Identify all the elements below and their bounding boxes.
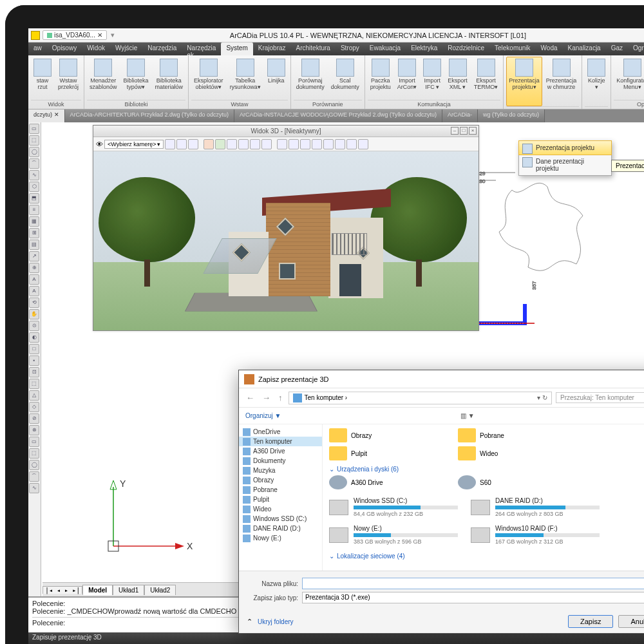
nav-tree[interactable]: OneDriveTen komputerA360 DriveDokumentyM…	[239, 424, 323, 571]
menu-opisowy[interactable]: Opisowy	[47, 43, 82, 55]
file-list[interactable]: ObrazyPobranePulpitWideo Urządzenia i dy…	[323, 424, 644, 571]
menu-widok[interactable]: Widok	[82, 43, 110, 55]
tool-10[interactable]: ▤	[29, 240, 39, 250]
menu-ogrzewanie[interactable]: Ogrzewanie	[628, 43, 644, 55]
tool-3[interactable]: ⌒	[29, 158, 39, 169]
menu-rozdzielnice[interactable]: Rozdzielnice	[442, 43, 489, 55]
breadcrumb[interactable]: Ten komputer ›▾ ↻	[289, 392, 553, 404]
ribbon-paczka[interactable]: Paczkaprojektu	[368, 57, 393, 100]
tool-27[interactable]: ▭	[29, 437, 39, 447]
up-icon[interactable]: ↑	[276, 393, 285, 402]
tool-30[interactable]: ⌒	[29, 471, 39, 482]
tab-model[interactable]: Model	[82, 585, 113, 595]
tool-17[interactable]: ⊙	[29, 321, 39, 331]
hide-folders[interactable]: Ukryj foldery	[258, 618, 294, 625]
menu-woda[interactable]: Woda	[536, 43, 563, 55]
menubar[interactable]: awOpisowyWidokWyjścieNarzędziaNarzędzia …	[28, 43, 644, 55]
tool-15[interactable]: ⟲	[29, 298, 39, 308]
back-icon[interactable]: ←	[244, 393, 256, 402]
camera-select[interactable]: <Wybierz kamerę> ▾	[104, 140, 164, 149]
ribbon-tabelka[interactable]: Tabelkarysunkowa▾	[227, 57, 263, 100]
ribbon-porównaj[interactable]: Porównajdokumenty	[294, 57, 327, 100]
menu-elektryka[interactable]: Elektryka	[406, 43, 442, 55]
ribbon-biblioteka[interactable]: Bibliotekamateriałów	[153, 57, 186, 100]
prezentacja-dropdown[interactable]: Prezentacja projektu Dane prezentacji pr…	[518, 140, 612, 176]
filetype-select[interactable]: Prezentacja 3D (*.exe)	[302, 592, 644, 603]
left-toolbar[interactable]: ▭⬚◯⌒∿⬡⬒≡▦⊞▤↗⊕AA⟲✋⊙◐□▪⊡⬚△◇⊘⊗▭⬚◯⌒∿	[28, 122, 41, 596]
tool-14[interactable]: A	[29, 286, 39, 296]
ribbon-eksport[interactable]: EksportTERMO▾	[471, 57, 501, 100]
tool-13[interactable]: A	[29, 274, 39, 285]
ribbon-eksplorator[interactable]: Eksploratorobiektów▾	[191, 57, 226, 100]
menu-system[interactable]: System	[221, 43, 252, 55]
menu-architektura[interactable]: Architektura	[291, 43, 336, 55]
ribbon-prezentacja[interactable]: Prezentacjaprojektu▾	[506, 57, 542, 106]
ribbon-import[interactable]: ImportArCon▾	[395, 57, 420, 100]
tool-23[interactable]: △	[29, 390, 39, 401]
tool-22[interactable]: ⬚	[29, 379, 39, 389]
tool-12[interactable]: ⊕	[29, 263, 39, 273]
tool-29[interactable]: ◯	[29, 460, 39, 470]
ribbon-linijka[interactable]: Linijka	[265, 57, 288, 100]
ribbon-scal[interactable]: Scaldokumenty	[328, 57, 362, 100]
tool-20[interactable]: ▪	[29, 355, 39, 366]
save-dialog[interactable]: Zapisz prezentacje 3D × ← → ↑ Ten komput…	[238, 370, 644, 634]
tool-8[interactable]: ▦	[29, 216, 39, 227]
minimize-icon[interactable]: –	[451, 127, 459, 135]
ribbon-wstaw[interactable]: Wstawprzekrój	[55, 57, 81, 100]
menu-wyjście[interactable]: Wyjście	[110, 43, 142, 55]
ribbon-import[interactable]: ImportIFC ▾	[421, 57, 444, 100]
tool-11[interactable]: ↗	[29, 251, 39, 261]
tool-25[interactable]: ⊘	[29, 413, 39, 424]
scene3d[interactable]	[93, 151, 478, 330]
menu-narzędzia[interactable]: Narzędzia	[142, 43, 182, 55]
tool-6[interactable]: ⬒	[29, 193, 39, 204]
tool-7[interactable]: ≡	[29, 205, 39, 215]
dropdown-item-projekt[interactable]: Prezentacja projektu	[518, 140, 612, 155]
ribbon-eksport[interactable]: EksportXML ▾	[445, 57, 470, 100]
filename-input[interactable]	[302, 578, 644, 589]
close-icon[interactable]: ×	[469, 127, 477, 135]
tool-31[interactable]: ∿	[29, 483, 39, 493]
tool-5[interactable]: ⬡	[29, 182, 39, 192]
tool-0[interactable]: ▭	[29, 124, 39, 134]
tool-16[interactable]: ✋	[29, 309, 39, 319]
ribbon-menadżer[interactable]: Menadżerszablonów	[87, 57, 120, 100]
ribbon-kolizje[interactable]: Kolizje▾	[585, 57, 608, 106]
menu-narzędzia ek[interactable]: Narzędzia ek	[182, 43, 221, 55]
tool-21[interactable]: ⊡	[29, 367, 39, 377]
ribbon-biblioteka[interactable]: Bibliotekatypów▾	[121, 57, 151, 100]
tab-uklad1[interactable]: Układ1	[113, 585, 144, 595]
menu-telekomunik[interactable]: Telekomunik	[489, 43, 536, 55]
ribbon-konfigurator[interactable]: KonfiguratorMenu▾	[614, 57, 644, 100]
tab-uklad2[interactable]: Układ2	[144, 585, 176, 595]
cancel-button[interactable]: Anuluj	[618, 615, 644, 628]
view3d-toolbar[interactable]: 👁 <Wybierz kamerę> ▾	[93, 137, 478, 151]
tool-1[interactable]: ⬚	[29, 135, 39, 146]
view3d-window[interactable]: Widok 3D - [Nieaktywny] –□× 👁 <Wybierz k…	[93, 125, 479, 331]
tool-24[interactable]: ◇	[29, 402, 39, 412]
tool-4[interactable]: ∿	[29, 170, 39, 180]
organize-button[interactable]: Organizuj ▼	[245, 412, 281, 419]
tool-18[interactable]: ◐	[29, 332, 39, 343]
menu-ewakuacja[interactable]: Ewakuacja	[365, 43, 406, 55]
dropdown-item-dane[interactable]: Dane prezentacji projektu	[519, 155, 611, 175]
menu-kanalizacja[interactable]: Kanalizacja	[563, 43, 606, 55]
tool-9[interactable]: ⊞	[29, 228, 39, 238]
menu-gaz[interactable]: Gaz	[606, 43, 628, 55]
tool-28[interactable]: ⬚	[29, 448, 39, 459]
menu-aw[interactable]: aw	[28, 43, 47, 55]
tool-26[interactable]: ⊗	[29, 425, 39, 435]
ribbon-prezentacja[interactable]: Prezentacjaw chmurze	[544, 57, 580, 106]
tool-2[interactable]: ◯	[29, 147, 39, 157]
maximize-icon[interactable]: □	[460, 127, 468, 135]
title-tab[interactable]: isa_VD3A60... ✕	[43, 30, 107, 40]
ribbon-staw[interactable]: stawrzut	[31, 57, 54, 100]
tool-19[interactable]: □	[29, 344, 39, 354]
search-input[interactable]: Przeszukaj: Ten komputer	[556, 392, 644, 403]
menu-stropy[interactable]: Stropy	[336, 43, 365, 55]
document-tabs[interactable]: dczytu) ✕ArCADia-ARCHITEKTURA Przykład 2…	[28, 109, 644, 122]
save-button[interactable]: Zapisz	[568, 615, 613, 628]
menu-krajobraz[interactable]: Krajobraz	[253, 43, 291, 55]
fwd-icon[interactable]: →	[260, 393, 272, 402]
